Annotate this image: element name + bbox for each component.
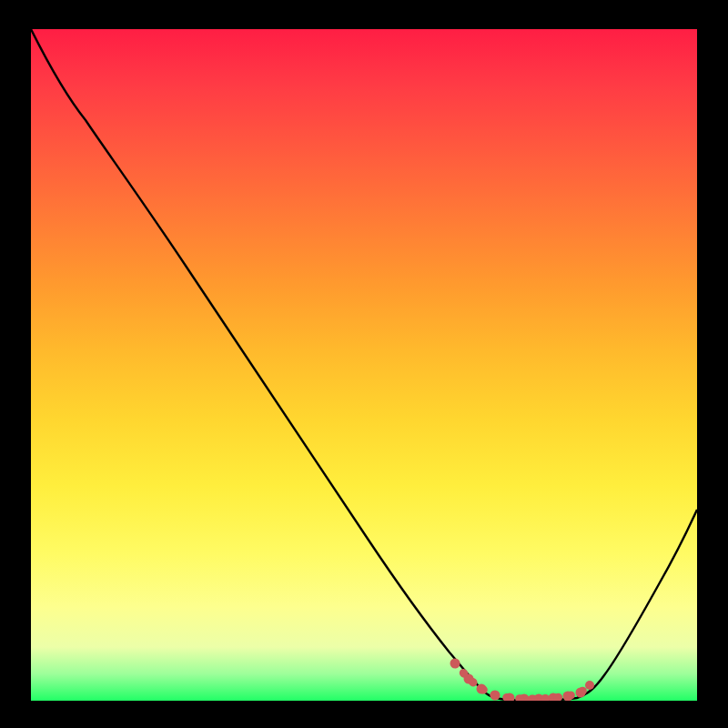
watermark-text: TheBottleneck.com xyxy=(540,4,699,25)
svg-point-10 xyxy=(585,681,594,690)
gradient-plot-area: TheBottleneck.com xyxy=(31,29,697,701)
chart-frame: TheBottleneck.com xyxy=(0,0,728,728)
main-curve-line xyxy=(31,29,697,701)
bottleneck-curve xyxy=(31,29,697,701)
marker-band xyxy=(455,663,590,699)
